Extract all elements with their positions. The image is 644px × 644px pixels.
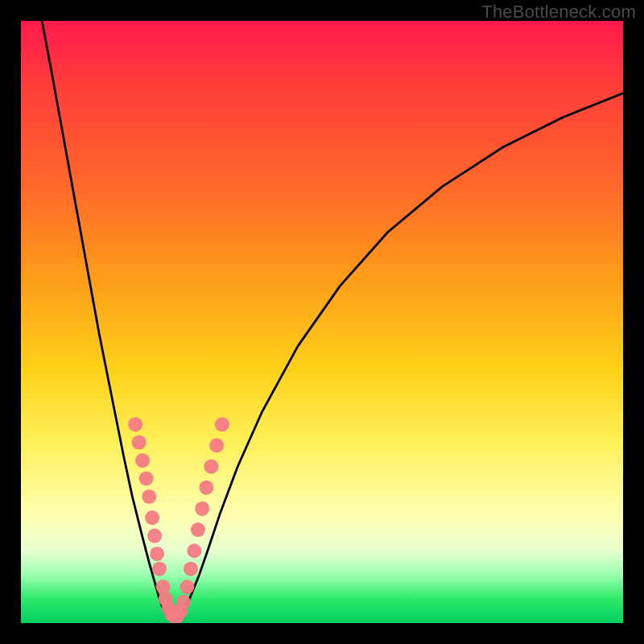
chart-frame: TheBottleneck.com [0,0,644,644]
svg-point-18 [184,562,198,576]
svg-point-13 [167,610,182,623]
svg-point-20 [191,522,205,537]
svg-point-8 [152,562,167,576]
svg-point-22 [199,481,213,495]
svg-point-11 [161,601,175,615]
svg-point-17 [180,580,194,594]
svg-point-25 [215,417,229,431]
svg-point-9 [156,580,171,594]
highlight-markers [128,417,229,623]
svg-point-0 [128,417,142,431]
chart-svg [21,21,623,623]
svg-point-16 [176,595,191,609]
svg-point-1 [132,436,147,450]
svg-point-4 [142,489,156,504]
watermark-text: TheBottleneck.com [481,2,636,23]
svg-point-2 [135,453,150,468]
svg-point-3 [139,471,154,485]
svg-point-6 [147,529,162,543]
svg-point-19 [187,543,201,558]
svg-point-12 [164,607,179,621]
svg-point-5 [145,510,159,525]
svg-point-14 [170,609,184,623]
curve-left [42,21,171,621]
svg-point-21 [195,502,209,516]
svg-point-23 [204,460,218,474]
chart-plot-area [21,21,623,623]
svg-point-7 [150,547,164,561]
svg-point-10 [159,592,173,606]
svg-point-15 [173,604,188,618]
svg-point-24 [209,438,224,452]
curve-right [177,93,623,621]
